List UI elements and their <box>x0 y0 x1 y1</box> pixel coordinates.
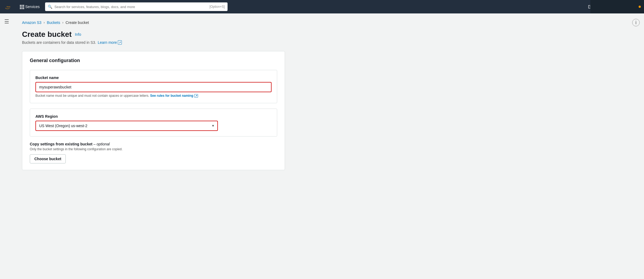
breadcrumb-buckets[interactable]: Buckets <box>47 20 60 25</box>
page-subtitle: Buckets are containers for data stored i… <box>22 40 380 45</box>
main-content: Amazon S3 › Buckets › Create bucket Crea… <box>13 13 389 179</box>
page-title: Create bucket <box>22 30 72 39</box>
sidebar-toggle[interactable]: ☰ <box>0 13 13 279</box>
services-button[interactable]: Services <box>18 3 42 10</box>
aws-region-section: AWS Region US East (N. Virginia) us-east… <box>30 109 277 137</box>
copy-settings-subtitle: Only the bucket settings in the followin… <box>30 147 277 151</box>
bucket-naming-rules-link[interactable]: See rules for bucket naming ↗ <box>150 94 198 98</box>
choose-bucket-button[interactable]: Choose bucket <box>30 154 66 163</box>
naming-rules-ext-icon: ↗ <box>194 94 198 98</box>
search-bar[interactable]: 🔍 [Option+S] <box>45 2 228 11</box>
search-input[interactable] <box>54 5 207 9</box>
learn-more-link[interactable]: Learn more ↗ <box>98 40 122 45</box>
top-navbar: Services 🔍 [Option+S] ⊡ 🔔 ? Global ▼ <box>0 0 644 13</box>
breadcrumb-amazon-s3[interactable]: Amazon S3 <box>22 20 41 25</box>
info-link[interactable]: Info <box>75 32 81 37</box>
aws-logo[interactable] <box>4 3 14 11</box>
hamburger-icon[interactable]: ☰ <box>4 18 9 25</box>
page-info-icon[interactable]: i <box>632 19 640 26</box>
breadcrumb-sep-1: › <box>43 21 45 24</box>
breadcrumb-sep-2: › <box>62 21 63 24</box>
general-config-card: General configuration Bucket name Bucket… <box>22 51 285 170</box>
copy-settings-section: Copy settings from existing bucket – opt… <box>30 142 277 163</box>
search-shortcut: [Option+S] <box>210 5 225 9</box>
bucket-name-label: Bucket name <box>35 76 272 80</box>
aws-region-select[interactable]: US East (N. Virginia) us-east-1 US East … <box>35 121 218 131</box>
services-label: Services <box>25 5 40 9</box>
bucket-name-hint: Bucket name must be unique and must not … <box>35 94 272 98</box>
grid-icon <box>20 5 24 9</box>
breadcrumb-current: Create bucket <box>65 20 89 25</box>
breadcrumb: Amazon S3 › Buckets › Create bucket <box>22 18 380 25</box>
external-link-icon: ↗ <box>118 40 122 45</box>
aws-region-label: AWS Region <box>35 114 272 119</box>
card-title: General configuration <box>30 58 277 63</box>
account-indicator <box>639 6 641 8</box>
copy-settings-title: Copy settings from existing bucket – opt… <box>30 142 277 146</box>
search-icon: 🔍 <box>48 5 52 9</box>
learn-more-text: Learn more <box>98 40 117 45</box>
page-title-row: Create bucket Info <box>22 30 380 39</box>
account-bar[interactable] <box>590 0 644 13</box>
aws-region-select-wrapper: US East (N. Virginia) us-east-1 US East … <box>35 121 218 131</box>
page-title-section: Create bucket Info Buckets are container… <box>22 30 380 45</box>
bucket-name-section: Bucket name Bucket name must be unique a… <box>30 70 277 103</box>
subtitle-text: Buckets are containers for data stored i… <box>22 40 96 45</box>
bucket-name-input[interactable] <box>35 82 272 92</box>
